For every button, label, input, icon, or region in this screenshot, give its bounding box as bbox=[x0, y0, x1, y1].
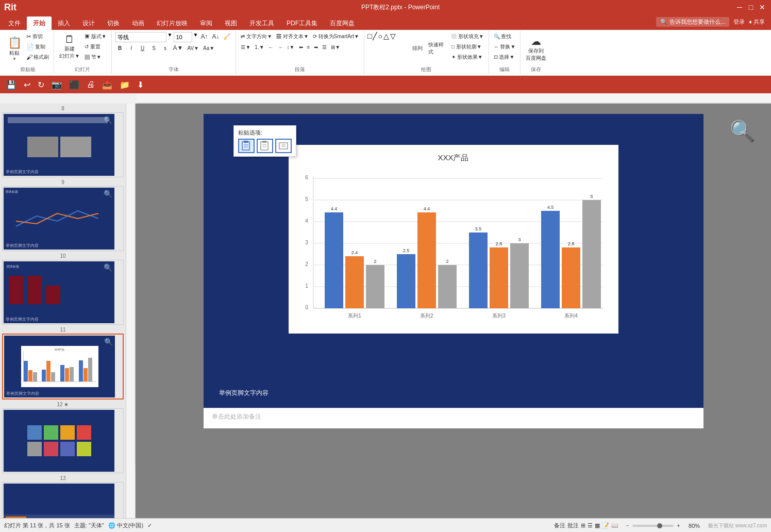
columns-btn[interactable]: ⊞▼ bbox=[329, 42, 342, 52]
notes-btn[interactable]: 备注 bbox=[554, 522, 565, 529]
text-case-btn[interactable]: Aa▼ bbox=[202, 43, 216, 53]
slide9-search-icon[interactable]: 🔍 bbox=[104, 190, 112, 198]
shape-effects-btn[interactable]: ✦ 形状效果▼ bbox=[450, 53, 485, 62]
bold-btn[interactable]: B bbox=[115, 43, 125, 53]
size-dropdown[interactable]: ▼ bbox=[193, 32, 198, 42]
line-spacing-btn[interactable]: ↕▼ bbox=[286, 42, 296, 52]
tab-view[interactable]: 视图 bbox=[219, 16, 243, 30]
zoom-slider[interactable] bbox=[632, 525, 674, 527]
login-btn[interactable]: 登录 bbox=[733, 18, 745, 26]
close-btn[interactable]: ✕ bbox=[758, 3, 767, 12]
section-btn[interactable]: ▦ 节▼ bbox=[83, 53, 108, 62]
tab-baidu[interactable]: 百度网盘 bbox=[324, 16, 361, 30]
notes-area[interactable]: 单击此处添加备注 bbox=[204, 408, 703, 428]
decrease-font-btn[interactable]: A↓ bbox=[210, 32, 221, 41]
bullets-btn[interactable]: ☰▼ bbox=[239, 42, 252, 52]
reset-btn[interactable]: ↺ 重置 bbox=[83, 42, 108, 52]
char-spacing-btn[interactable]: AV▼ bbox=[186, 43, 200, 53]
tab-design[interactable]: 设计 bbox=[76, 16, 101, 30]
arrange-btn[interactable]: 排列 bbox=[410, 32, 425, 65]
increase-indent-btn[interactable]: → bbox=[276, 42, 284, 52]
replace-btn[interactable]: ↔ 替换▼ bbox=[492, 42, 517, 52]
align-text-btn[interactable]: ☰ 对齐文本▼ bbox=[275, 32, 310, 41]
new-slide-btn[interactable]: 🗒 新建 幻灯片▼ bbox=[57, 32, 82, 61]
view-reading-btn[interactable]: 📖 bbox=[611, 522, 618, 529]
qa-icon4[interactable]: ⬇ bbox=[135, 79, 146, 91]
view-normal-btn[interactable]: ⊞ bbox=[581, 522, 585, 529]
copy-btn[interactable]: 📄复制 bbox=[25, 42, 51, 52]
cut-btn[interactable]: ✂剪切 bbox=[25, 32, 51, 41]
slide-thumb-8[interactable]: 🔍 举例页脚文字内容 bbox=[2, 112, 124, 177]
tab-slideshow[interactable]: 幻灯片放映 bbox=[150, 16, 194, 30]
maximize-btn[interactable]: □ bbox=[746, 3, 756, 12]
share-btn[interactable]: ♦ 共享 bbox=[749, 18, 765, 26]
justify-btn[interactable]: ☰ bbox=[321, 42, 328, 52]
comments-btn[interactable]: 批注 bbox=[567, 522, 579, 529]
paste-option-3[interactable] bbox=[275, 139, 292, 153]
view-slide-btn[interactable]: ▦ bbox=[595, 522, 600, 529]
slide-thumb-13[interactable] bbox=[2, 482, 124, 518]
paste-option-1[interactable] bbox=[238, 139, 255, 153]
minimize-btn[interactable]: ─ bbox=[735, 3, 744, 12]
save-to-baidu-btn[interactable]: ☁ 保存到 百度网盘 bbox=[524, 32, 548, 65]
clear-format-btn[interactable]: 🧹 bbox=[222, 32, 232, 41]
tab-file[interactable]: 文件 bbox=[2, 16, 27, 30]
search-box[interactable]: 🔍 告诉我您想要做什么... bbox=[656, 17, 729, 27]
zoom-level[interactable]: 80% bbox=[683, 523, 700, 529]
tab-developer[interactable]: 开发工具 bbox=[243, 16, 280, 30]
qa-icon1[interactable]: 🖨 bbox=[85, 79, 97, 90]
zoom-minus[interactable]: － bbox=[625, 522, 630, 529]
increase-font-btn[interactable]: A↑ bbox=[199, 32, 209, 41]
view-outline-btn[interactable]: ☰ bbox=[588, 522, 593, 529]
shadow-btn[interactable]: s bbox=[160, 43, 171, 53]
shape-outline-btn[interactable]: □ 形状轮廓▼ bbox=[450, 42, 485, 52]
shape-ellipse[interactable]: ○ bbox=[378, 32, 382, 40]
text-direction-btn[interactable]: ⇄ 文字方向▼ bbox=[239, 32, 274, 41]
align-right-btn[interactable]: ➡ bbox=[312, 42, 320, 52]
strikethrough-btn[interactable]: S bbox=[149, 43, 159, 53]
find-btn[interactable]: 🔍 查找 bbox=[492, 32, 517, 41]
slide11-search-icon[interactable]: 🔍 bbox=[104, 338, 113, 346]
magnifier-icon[interactable]: 🔍 bbox=[730, 119, 756, 143]
shape-rect[interactable]: □ bbox=[367, 32, 372, 40]
format-painter-btn[interactable]: 🖌格式刷 bbox=[25, 53, 51, 62]
slide-thumb-10[interactable]: 图表标题 🔍 举例页脚文字内容 bbox=[2, 260, 124, 325]
reset-slide-btn[interactable]: ▣ 版式▼ bbox=[83, 32, 108, 41]
slide-thumb-9[interactable]: 图表标题 🔍 举例页脚文字内容 bbox=[2, 186, 124, 251]
paste-option-2[interactable] bbox=[257, 139, 273, 153]
font-color-btn[interactable]: A▼ bbox=[172, 43, 185, 53]
qa-icon2[interactable]: 📤 bbox=[100, 79, 114, 91]
qa-screenshot[interactable]: 📷 bbox=[49, 79, 64, 91]
shape-more[interactable]: ▽ bbox=[390, 32, 396, 40]
qa-redo[interactable]: ↻ bbox=[36, 79, 46, 91]
tab-review[interactable]: 审阅 bbox=[194, 16, 219, 30]
slide-thumb-11[interactable]: XXX产品 bbox=[2, 334, 124, 400]
slide8-search-icon[interactable]: 🔍 bbox=[104, 116, 112, 124]
tab-home[interactable]: 开始 bbox=[27, 16, 52, 30]
quick-styles-btn[interactable]: 快速样式 bbox=[426, 32, 449, 65]
numbering-btn[interactable]: 1.▼ bbox=[253, 42, 265, 52]
select-btn[interactable]: ⊡ 选择▼ bbox=[492, 53, 517, 62]
align-center-btn[interactable]: ≡ bbox=[306, 42, 312, 52]
font-name-box[interactable]: 等线 bbox=[115, 32, 166, 42]
tab-pdf[interactable]: PDF工具集 bbox=[280, 16, 324, 30]
tab-animations[interactable]: 动画 bbox=[126, 16, 150, 30]
qa-icon3[interactable]: 📁 bbox=[118, 79, 132, 91]
slide-thumb-12[interactable] bbox=[2, 408, 124, 473]
tab-transitions[interactable]: 切换 bbox=[101, 16, 126, 30]
shape-arrow[interactable]: △ bbox=[383, 32, 389, 40]
slide10-search-icon[interactable]: 🔍 bbox=[104, 263, 112, 272]
font-dropdown[interactable]: ▼ bbox=[167, 32, 173, 42]
smartart-btn[interactable]: ⟳ 转换为SmartArt▼ bbox=[311, 32, 361, 41]
tab-insert[interactable]: 插入 bbox=[52, 16, 76, 30]
paste-btn[interactable]: 📋 粘贴 ▼ bbox=[5, 32, 24, 65]
align-left-btn[interactable]: ⬅ bbox=[297, 42, 305, 52]
shape-fill-btn[interactable]: ▧ 形状填充▼ bbox=[450, 32, 485, 41]
view-notes-btn[interactable]: 📝 bbox=[602, 522, 609, 529]
underline-btn[interactable]: U bbox=[138, 43, 148, 53]
shape-line[interactable]: ╱ bbox=[373, 32, 377, 40]
italic-btn[interactable]: I bbox=[126, 43, 137, 53]
font-size-box[interactable]: 10 bbox=[174, 32, 192, 42]
qa-save[interactable]: 💾 bbox=[4, 79, 19, 91]
zoom-plus[interactable]: ＋ bbox=[676, 522, 681, 529]
